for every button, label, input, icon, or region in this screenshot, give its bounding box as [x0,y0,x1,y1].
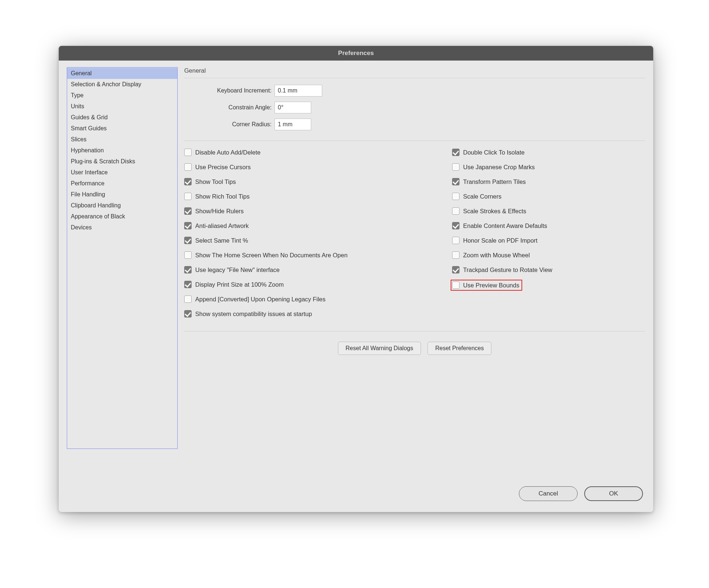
divider [184,141,645,141]
checkbox-label: Show/Hide Rulers [195,208,244,215]
keyboard-increment-input[interactable] [274,85,322,97]
corner-radius-label: Corner Radius: [184,121,272,128]
sidebar-item[interactable]: Smart Guides [67,123,177,134]
sidebar-item[interactable]: General [67,68,177,79]
constrain-angle-label: Constrain Angle: [184,104,272,111]
checkbox-item[interactable]: Display Print Size at 100% Zoom [184,280,434,289]
checkbox-label: Trackpad Gesture to Rotate View [463,266,552,273]
checkbox-icon[interactable] [452,207,459,215]
checkbox-item[interactable]: Use Japanese Crop Marks [452,162,552,172]
checkbox-item[interactable]: Use Preview Bounds [451,280,522,291]
checkbox-item[interactable]: Transform Pattern Tiles [452,177,552,186]
checkbox-icon[interactable] [184,207,192,215]
sidebar-item[interactable]: File Handling [67,189,177,200]
checkbox-label: Zoom with Mouse Wheel [463,252,530,259]
checkbox-item[interactable]: Honor Scale on PDF Import [452,236,552,245]
dialog-body: GeneralSelection & Anchor DisplayTypeUni… [59,61,653,512]
checkbox-icon[interactable] [452,222,459,229]
sidebar-item[interactable]: Type [67,90,177,101]
checkbox-icon[interactable] [452,251,459,259]
checkbox-icon[interactable] [452,193,459,200]
sidebar-item[interactable]: Plug-ins & Scratch Disks [67,156,177,167]
sidebar-item[interactable]: Devices [67,222,177,233]
ok-button[interactable]: OK [584,486,643,501]
checkbox-label: Show Tool Tips [195,178,236,185]
keyboard-increment-label: Keyboard Increment: [184,87,272,94]
corner-radius-input[interactable] [274,119,311,130]
sidebar-item[interactable]: Selection & Anchor Display [67,79,177,90]
checkbox-icon[interactable] [184,266,192,273]
checkbox-label: Show Rich Tool Tips [195,193,250,200]
checkbox-label: Use Japanese Crop Marks [463,164,535,171]
checkbox-item[interactable]: Scale Corners [452,192,552,201]
sidebar-item[interactable]: Guides & Grid [67,112,177,123]
checkbox-item[interactable]: Select Same Tint % [184,236,434,245]
checkbox-label: Append [Converted] Upon Opening Legacy F… [195,296,326,303]
checkbox-icon[interactable] [452,149,459,156]
checkbox-icon[interactable] [452,178,459,185]
checkbox-item[interactable]: Show Tool Tips [184,177,434,186]
checkbox-item[interactable]: Show system compatibility issues at star… [184,309,434,319]
constrain-angle-row: Constrain Angle: [184,102,645,113]
checkbox-icon[interactable] [184,281,192,288]
checkbox-item[interactable]: Double Click To Isolate [452,148,552,157]
checkbox-label: Select Same Tint % [195,237,248,244]
checkbox-icon[interactable] [184,163,192,171]
checkbox-icon[interactable] [184,178,192,185]
checkbox-item[interactable]: Use Precise Cursors [184,162,434,172]
checkbox-label: Use legacy "File New" interface [195,266,280,273]
checkbox-item[interactable]: Show Rich Tool Tips [184,192,434,201]
checkbox-item[interactable]: Zoom with Mouse Wheel [452,250,552,260]
checkbox-icon[interactable] [184,310,192,317]
checkbox-icon[interactable] [184,222,192,229]
reset-row: Reset All Warning Dialogs Reset Preferen… [184,331,645,355]
checkbox-label: Use Precise Cursors [195,164,251,171]
checkbox-icon[interactable] [452,266,459,273]
cancel-button[interactable]: Cancel [519,486,578,501]
checkbox-label: Show The Home Screen When No Documents A… [195,252,348,259]
checkbox-label: Scale Strokes & Effects [463,208,526,215]
checkbox-label: Disable Auto Add/Delete [195,149,261,156]
sidebar-item[interactable]: Hyphenation [67,145,177,156]
checkbox-icon[interactable] [452,163,459,171]
checkbox-label: Anti-aliased Artwork [195,222,249,229]
category-sidebar[interactable]: GeneralSelection & Anchor DisplayTypeUni… [67,67,178,449]
sidebar-item[interactable]: User Interface [67,167,177,178]
corner-radius-row: Corner Radius: [184,119,645,130]
checkbox-label: Transform Pattern Tiles [463,178,526,185]
checkbox-item[interactable]: Disable Auto Add/Delete [184,148,434,157]
dialog-title: Preferences [59,46,653,61]
checkbox-icon[interactable] [184,237,192,244]
checkbox-item[interactable]: Use legacy "File New" interface [184,265,434,275]
checkbox-item[interactable]: Show The Home Screen When No Documents A… [184,250,434,260]
constrain-angle-input[interactable] [274,102,311,113]
sidebar-item[interactable]: Performance [67,178,177,189]
checkbox-label: Scale Corners [463,193,502,200]
sidebar-item[interactable]: Clipboard Handling [67,200,177,211]
checkbox-icon[interactable] [184,251,192,259]
sidebar-item[interactable]: Units [67,101,177,112]
checkbox-item[interactable]: Trackpad Gesture to Rotate View [452,265,552,275]
checkbox-icon[interactable] [184,149,192,156]
checkbox-item[interactable]: Anti-aliased Artwork [184,221,434,231]
preferences-dialog: Preferences GeneralSelection & Anchor Di… [59,46,653,512]
checkbox-item[interactable]: Scale Strokes & Effects [452,206,552,216]
checkbox-icon[interactable] [184,295,192,303]
checkbox-icon[interactable] [452,282,459,289]
checkbox-grid: Disable Auto Add/DeleteUse Precise Curso… [184,148,645,319]
checkbox-label: Use Preview Bounds [463,282,519,289]
checkbox-label: Show system compatibility issues at star… [195,311,312,317]
sidebar-item[interactable]: Appearance of Black [67,211,177,222]
checkbox-icon[interactable] [184,193,192,200]
dialog-buttons: Cancel OK [67,483,645,502]
content-panel: General Keyboard Increment: Constrain An… [184,67,645,483]
checkbox-icon[interactable] [452,237,459,244]
checkbox-item[interactable]: Show/Hide Rulers [184,206,434,216]
sidebar-item[interactable]: Slices [67,134,177,145]
reset-warnings-button[interactable]: Reset All Warning Dialogs [338,342,421,355]
section-heading: General [184,67,645,78]
checkbox-item[interactable]: Append [Converted] Upon Opening Legacy F… [184,294,434,304]
checkbox-item[interactable]: Enable Content Aware Defaults [452,221,552,231]
reset-preferences-button[interactable]: Reset Preferences [428,342,492,355]
checkbox-label: Honor Scale on PDF Import [463,237,538,244]
